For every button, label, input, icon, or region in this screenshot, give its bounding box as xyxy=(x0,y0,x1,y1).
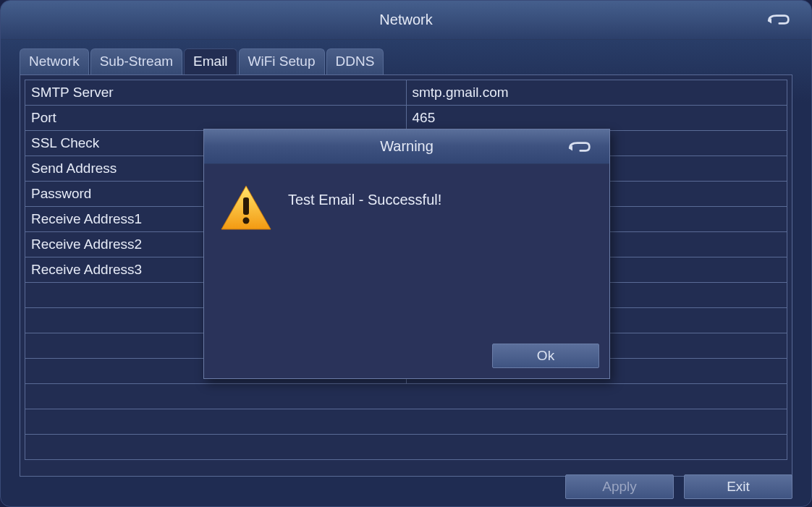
warning-dialog-body: Test Email - Successful! xyxy=(204,164,609,232)
ok-button[interactable]: Ok xyxy=(492,344,599,368)
warning-icon xyxy=(220,184,272,232)
warning-dialog-back-icon[interactable] xyxy=(566,138,592,155)
row-smtp-server: SMTP Server smtp.gmail.com xyxy=(25,80,787,106)
window-title: Network xyxy=(379,12,432,28)
tab-wifi-setup[interactable]: WiFi Setup xyxy=(239,48,325,74)
svg-rect-0 xyxy=(243,197,249,215)
row-empty-6 xyxy=(25,409,787,435)
value-port[interactable]: 465 xyxy=(406,106,787,131)
warning-dialog-titlebar: Warning xyxy=(204,129,609,164)
apply-button[interactable]: Apply xyxy=(565,474,674,499)
warning-dialog: Warning xyxy=(203,129,610,379)
network-window: Network Network Sub-Stream Email WiFi Se… xyxy=(0,0,812,507)
tab-email[interactable]: Email xyxy=(184,48,237,74)
tab-ddns[interactable]: DDNS xyxy=(326,48,384,74)
tab-network[interactable]: Network xyxy=(20,48,89,74)
warning-dialog-footer: Ok xyxy=(492,344,599,368)
row-empty-7 xyxy=(25,435,787,460)
row-port: Port 465 xyxy=(25,106,787,131)
tab-strip: Network Sub-Stream Email WiFi Setup DDNS xyxy=(20,48,792,74)
value-smtp-server[interactable]: smtp.gmail.com xyxy=(406,80,787,106)
label-port: Port xyxy=(25,106,407,131)
warning-dialog-message: Test Email - Successful! xyxy=(288,184,441,208)
warning-dialog-title: Warning xyxy=(380,138,434,155)
back-icon[interactable] xyxy=(765,11,791,28)
label-smtp-server: SMTP Server xyxy=(25,80,407,106)
titlebar: Network xyxy=(1,1,811,40)
row-empty-5 xyxy=(25,384,787,409)
footer-buttons: Apply Exit xyxy=(565,474,792,499)
exit-button[interactable]: Exit xyxy=(684,474,792,499)
svg-point-1 xyxy=(243,218,250,224)
tab-sub-stream[interactable]: Sub-Stream xyxy=(90,48,182,74)
